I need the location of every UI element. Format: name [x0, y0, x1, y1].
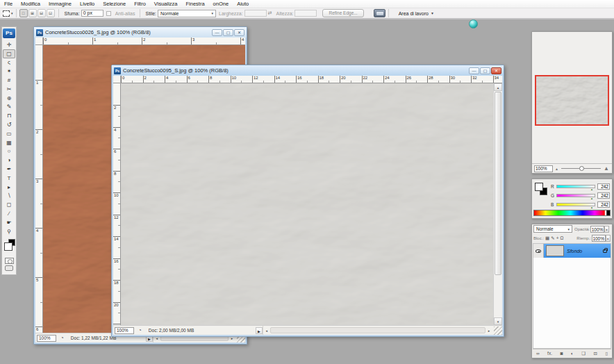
scroll-thumb[interactable] [495, 92, 501, 275]
scroll-right-icon[interactable]: ▸ [486, 329, 492, 333]
line-tool[interactable]: ∖ [3, 192, 15, 201]
intersect-selection-mode[interactable]: ⊡ [47, 9, 55, 17]
menu-item[interactable]: Finestra [182, 1, 209, 7]
slider-handle[interactable]: ▲ [590, 197, 593, 200]
dodge-tool[interactable]: ◑ [3, 156, 15, 165]
channel-slider[interactable]: ▲ [556, 185, 595, 188]
link-dimensions-icon[interactable]: ⇄ [268, 10, 272, 16]
new-selection-mode[interactable]: □ [19, 9, 28, 17]
menu-item[interactable]: Immagine [44, 1, 76, 7]
vertical-scrollbar[interactable]: ▴ ▾ [493, 83, 502, 325]
fill-arrow-icon[interactable]: ▸ [606, 235, 611, 242]
menu-item[interactable]: File [0, 1, 17, 7]
window-titlebar[interactable]: Ps ConcreteStucco0095_S.jpg @ 100% (RGB/… [112, 65, 504, 76]
opacity-arrow-icon[interactable]: ▸ [604, 226, 609, 233]
canvas-gray-stucco[interactable] [121, 83, 493, 325]
eyedropper-tool[interactable]: ∕ [3, 209, 15, 218]
scroll-left-icon[interactable]: ◂ [263, 329, 270, 333]
pen-tool[interactable]: ✒ [3, 165, 15, 174]
document-window-2[interactable]: Ps ConcreteStucco0095_S.jpg @ 100% (RGB/… [111, 65, 504, 337]
lock-position-icon[interactable]: + [556, 235, 559, 241]
magic-wand-tool[interactable]: ✶ [3, 67, 15, 76]
menu-item[interactable]: onOne [209, 1, 233, 7]
scroll-track[interactable] [270, 327, 486, 333]
antialias-checkbox[interactable] [106, 11, 111, 16]
type-tool[interactable]: T [3, 174, 15, 183]
refine-edge-button[interactable]: Refine Edge... [322, 9, 363, 17]
clone-stamp-tool[interactable]: ⊓ [3, 111, 15, 120]
brush-tool[interactable]: ✎ [3, 103, 15, 112]
color-spectrum-ramp[interactable] [533, 210, 611, 216]
height-input[interactable] [294, 10, 317, 17]
zoom-tool[interactable]: ⚲ [3, 227, 15, 236]
opacity-field[interactable]: 100% [590, 226, 604, 233]
path-selection-tool[interactable]: ▸ [3, 183, 15, 192]
status-menu-arrow[interactable]: ▶ [256, 327, 263, 334]
rectangular-marquee-tool[interactable]: ▢ [3, 49, 15, 58]
zoom-slider-knob[interactable] [579, 166, 584, 171]
channel-slider[interactable]: ▲ [556, 194, 595, 197]
gradient-tool[interactable]: ▦ [3, 138, 15, 147]
blur-tool[interactable]: ○ [3, 147, 15, 156]
menu-item[interactable]: Modifica [17, 1, 44, 7]
tool-preset-picker[interactable]: ▾ [3, 10, 13, 17]
lock-paint-icon[interactable]: ✎ [551, 235, 554, 241]
minimize-button[interactable]: — [469, 67, 479, 74]
slider-handle[interactable]: ▲ [590, 206, 593, 209]
horizontal-scrollbar[interactable]: ◂ ▸ [263, 326, 502, 335]
lock-all-icon[interactable]: Ω [560, 235, 563, 241]
menu-item[interactable]: Livello [76, 1, 99, 7]
close-button[interactable]: ✕ [234, 29, 244, 36]
scroll-down-icon[interactable]: ▾ [494, 317, 502, 325]
hand-tool[interactable]: ☛ [3, 218, 15, 227]
feather-input[interactable]: 0 px [81, 10, 103, 17]
menu-item[interactable]: Filtro [130, 1, 150, 7]
resize-grip[interactable] [494, 326, 502, 335]
foreground-color-swatch[interactable] [4, 242, 13, 251]
menu-item[interactable]: Aiuto [233, 1, 253, 7]
zoom-level-field[interactable]: 100% [115, 327, 134, 334]
window-titlebar[interactable]: Ps ConcreteStucco0026_S.jpg @ 100% (RGB/… [34, 27, 247, 38]
workspace-button[interactable]: Area di lavoro ▼ [399, 11, 434, 16]
blend-mode-select[interactable]: Normale ▾ [533, 225, 572, 233]
style-select[interactable]: Normale ▾ [158, 10, 216, 17]
channel-value-field[interactable]: 242 [597, 183, 610, 190]
zoom-in-icon[interactable]: ▲ [604, 165, 609, 172]
scroll-up-icon[interactable]: ▴ [494, 83, 502, 91]
zoom-level-field[interactable]: 100% [37, 335, 56, 342]
zoom-slider[interactable] [561, 168, 601, 169]
visibility-cell[interactable] [533, 244, 544, 258]
maximize-button[interactable]: ▢ [480, 67, 490, 74]
bridge-icon[interactable] [374, 9, 385, 17]
shape-tool[interactable]: ◻ [3, 200, 15, 209]
screen-mode-button[interactable] [5, 265, 13, 271]
link-layers-icon[interactable]: ∞ [536, 351, 540, 356]
slice-tool[interactable]: ✂ [3, 85, 15, 94]
width-input[interactable] [244, 10, 267, 17]
new-layer-icon[interactable]: ⊡ [593, 351, 597, 356]
delete-layer-icon[interactable]: ▯ [605, 351, 608, 356]
channel-value-field[interactable]: 242 [597, 192, 610, 199]
layer-style-icon[interactable]: fx. [547, 351, 552, 356]
lock-transparency-icon[interactable]: ▦ [545, 235, 549, 241]
eraser-tool[interactable]: ▭ [3, 129, 15, 138]
close-button[interactable]: ✕ [491, 67, 501, 74]
healing-brush-tool[interactable]: ⊕ [3, 94, 15, 103]
foreground-color-swatch[interactable] [535, 183, 543, 191]
subtract-from-selection-mode[interactable]: ⊟ [38, 9, 46, 17]
maximize-button[interactable]: ▢ [223, 29, 233, 36]
channel-slider[interactable]: ▲ [556, 203, 595, 206]
lasso-tool[interactable]: ς [3, 58, 15, 67]
fill-field[interactable]: 100% [592, 235, 606, 242]
navigator-preview[interactable] [535, 75, 609, 126]
minimize-button[interactable]: — [212, 29, 222, 36]
menu-item[interactable]: Selezione [99, 1, 130, 7]
navigator-zoom-field[interactable]: 100% [534, 165, 553, 172]
channel-value-field[interactable]: 242 [597, 201, 610, 208]
menu-item[interactable]: Visualizza [150, 1, 182, 7]
layer-mask-icon[interactable]: ◙ [560, 351, 563, 356]
slider-handle[interactable]: ▲ [590, 188, 593, 191]
history-brush-tool[interactable]: ↺ [3, 120, 15, 129]
layer-row[interactable]: Sfondo [533, 244, 611, 258]
zoom-out-icon[interactable]: ▲ [555, 167, 558, 171]
